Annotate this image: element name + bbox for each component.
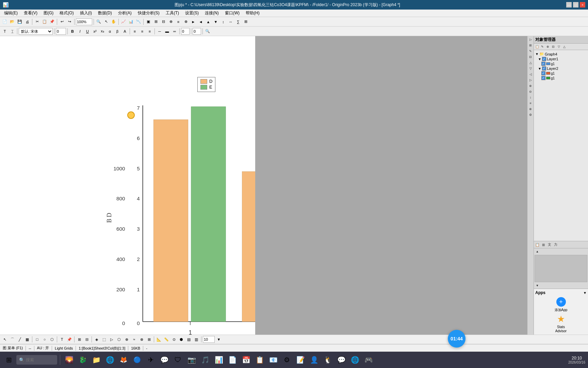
scroll-down[interactable]: ▼	[535, 283, 540, 288]
tree-g1-3[interactable]: ✓ g1	[541, 76, 587, 80]
rpanel-icon-1[interactable]: 📋	[535, 242, 540, 247]
tb-more8[interactable]: ◄	[197, 18, 204, 25]
minimize-button[interactable]: —	[566, 2, 572, 7]
rstrip-icon-9[interactable]: ⊕	[528, 83, 533, 89]
add-app-item[interactable]: + 添加App	[551, 296, 571, 312]
rpanel-icon-2[interactable]: ⊞	[541, 242, 546, 247]
task-chat[interactable]: 💬	[158, 354, 170, 366]
rpanel-icon-4[interactable]: 力	[553, 242, 558, 247]
task-settings[interactable]: ⚙	[281, 354, 293, 366]
g1-2-checkbox[interactable]: ✓	[541, 71, 545, 75]
draw-ellipse[interactable]: ○	[41, 336, 48, 343]
tb-underline[interactable]: U	[84, 28, 91, 35]
draw-more10[interactable]: 📏	[163, 336, 170, 343]
rpanel-icon-3[interactable]: 文	[547, 242, 552, 247]
draw-line[interactable]: ╱	[16, 336, 23, 343]
tb-more6[interactable]: ⊗	[182, 18, 189, 25]
tb-pan[interactable]: ✋	[110, 18, 117, 25]
rstrip-icon-5[interactable]: △	[528, 60, 533, 65]
font-size-input[interactable]	[56, 28, 66, 35]
menu-connect[interactable]: 连接(N)	[202, 10, 222, 17]
tb-linewidth[interactable]: ═	[171, 28, 178, 35]
rstrip-icon-12[interactable]: ≡	[528, 101, 533, 106]
menu-view[interactable]: 查看(V)	[21, 10, 40, 17]
draw-group[interactable]: ⊞	[76, 336, 83, 343]
menu-graph[interactable]: 图(G)	[41, 10, 56, 17]
menu-insert[interactable]: 插入(I)	[77, 10, 95, 17]
tb-more10[interactable]: ▼	[212, 18, 219, 25]
tb-more11[interactable]: ↕	[220, 18, 227, 25]
task-explorer[interactable]: 📁	[90, 354, 102, 366]
task-shield[interactable]: 🛡	[172, 354, 184, 366]
g1-1-checkbox[interactable]: ✓	[541, 62, 545, 66]
timer-circle[interactable]: 01:44	[448, 330, 466, 348]
task-firefox[interactable]: 🦊	[117, 354, 130, 366]
tb-print[interactable]: 🖨	[24, 18, 31, 25]
window-controls[interactable]: — □ ×	[566, 2, 585, 7]
tb-chart2[interactable]: 📊	[128, 18, 134, 25]
draw-rect[interactable]: □	[34, 336, 40, 343]
tb-more7[interactable]: ►	[190, 18, 197, 25]
task-flight[interactable]: ✈	[145, 354, 157, 366]
linewidth-select[interactable]	[203, 336, 215, 343]
menu-window[interactable]: 窗口(W)	[222, 10, 242, 17]
tb-chart1[interactable]: 📈	[120, 18, 127, 25]
stats-advisor-icon[interactable]: ★	[556, 313, 567, 324]
tb-save[interactable]: 💾	[16, 18, 23, 25]
tb-subscript[interactable]: x₂	[99, 28, 106, 35]
rm-icon-6[interactable]: △	[562, 44, 567, 49]
tb-beta[interactable]: β	[114, 28, 121, 35]
draw-more1[interactable]: ◈	[93, 336, 100, 343]
g1-3-checkbox[interactable]: ✓	[541, 76, 545, 80]
taskbar-search-input[interactable]	[26, 357, 53, 362]
tb-align-r[interactable]: ≡	[146, 28, 153, 35]
task-qq[interactable]: 🐧	[322, 354, 334, 366]
rstrip-icon-8[interactable]: ▷	[528, 77, 533, 83]
tb-more1[interactable]: ▣	[145, 18, 152, 25]
rstrip-icon-1[interactable]: ▷	[528, 37, 533, 42]
draw-more11[interactable]: ⊙	[170, 336, 177, 343]
tree-g1-1[interactable]: ✓ g1	[541, 61, 587, 66]
draw-more4[interactable]: ⬡	[116, 336, 122, 343]
rm-icon-3[interactable]: ⊕	[545, 44, 550, 49]
draw-dropdown[interactable]: ▼	[215, 336, 222, 343]
tree-layer1[interactable]: ▼ ✓ Layer1	[538, 57, 587, 61]
draw-text[interactable]: T	[59, 336, 65, 343]
menu-settings[interactable]: 设置(S)	[182, 10, 201, 17]
tb-new[interactable]: 📄	[1, 18, 8, 25]
draw-more8[interactable]: ⊞	[146, 336, 152, 343]
draw-ungroup[interactable]: ⊟	[83, 336, 90, 343]
rm-icon-2[interactable]: ✎	[540, 44, 545, 49]
rstrip-icon-11[interactable]: ↕	[528, 95, 533, 100]
rstrip-icon-13[interactable]: ⊗	[528, 106, 533, 112]
task-mail[interactable]: 📧	[267, 354, 279, 366]
task-games[interactable]: 🎮	[362, 354, 375, 366]
rstrip-icon-3[interactable]: ✎	[528, 48, 533, 54]
task-excel[interactable]: 📊	[213, 354, 225, 366]
apps-expand-btn[interactable]: ▼	[583, 291, 587, 295]
draw-label[interactable]: 📌	[66, 336, 73, 343]
rm-icon-5[interactable]: ▽	[556, 44, 561, 49]
tb-more2[interactable]: ⊞	[152, 18, 159, 25]
layer2-checkbox[interactable]: ✓	[542, 66, 546, 71]
task-word[interactable]: 📄	[226, 354, 239, 366]
draw-arrow[interactable]: ↖	[1, 336, 8, 343]
maximize-button[interactable]: □	[573, 2, 578, 7]
taskbar-search[interactable]: 🔍	[16, 355, 57, 365]
task-user[interactable]: 👤	[308, 354, 320, 366]
task-browser2[interactable]: 🌐	[349, 354, 361, 366]
tree-graph4[interactable]: ▼ 📁 Graph4	[535, 51, 587, 57]
tb-fontcolor[interactable]: A	[121, 28, 128, 35]
task-wechat[interactable]: 💬	[335, 354, 347, 366]
rstrip-icon-10[interactable]: ⊖	[528, 89, 533, 94]
rstrip-icon-2[interactable]: ⊞	[528, 43, 533, 48]
tb-redo[interactable]: ↪	[66, 18, 73, 25]
task-dragon[interactable]: 🐉	[77, 354, 89, 366]
menu-tools[interactable]: 工具(T)	[163, 10, 182, 17]
rm-icon-4[interactable]: ⊟	[551, 44, 556, 49]
tb-superscript[interactable]: x²	[92, 28, 98, 35]
menu-data[interactable]: 数据(D)	[95, 10, 115, 17]
tb-chart3[interactable]: 📉	[135, 18, 142, 25]
tb-paste[interactable]: 📌	[49, 18, 55, 25]
tb-fillcolor[interactable]: ▬	[164, 28, 170, 35]
